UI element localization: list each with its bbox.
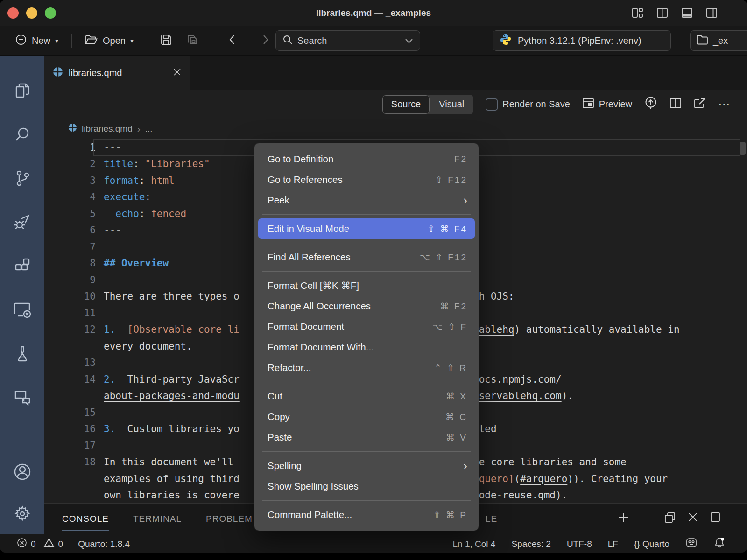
tab-label: libraries.qmd: [69, 68, 122, 78]
menu-item[interactable]: Find All References⌥ ⇧ F12: [258, 247, 475, 267]
account-icon[interactable]: [0, 450, 44, 494]
toggle-panel-icon[interactable]: [681, 7, 693, 19]
quarto-version-status[interactable]: Quarto: 1.8.4: [78, 539, 130, 549]
line-number[interactable]: 1: [44, 142, 96, 153]
customize-layout-icon[interactable]: [631, 7, 644, 19]
menu-item[interactable]: Go to References⇧ F12: [258, 169, 475, 190]
navigate-forward-button[interactable]: [255, 34, 275, 48]
menu-item[interactable]: Spelling›: [258, 455, 475, 476]
open-button[interactable]: Open ▾: [80, 34, 138, 48]
breadcrumb[interactable]: libraries.qmd › ...: [44, 119, 747, 139]
menu-shortcut: ⇧ F12: [435, 175, 467, 185]
panel-tab-console[interactable]: CONSOLE: [62, 504, 109, 534]
menu-item[interactable]: Format Document⌥ ⇧ F: [258, 316, 475, 337]
panel-tab-fragment[interactable]: LE: [486, 514, 497, 524]
line-number[interactable]: 18: [44, 456, 96, 468]
line-number[interactable]: 17: [44, 440, 96, 451]
menu-item[interactable]: Format Document With...: [258, 337, 475, 357]
breadcrumb-file[interactable]: libraries.qmd: [82, 124, 133, 134]
source-control-icon[interactable]: [0, 156, 44, 200]
open-in-new-window-icon[interactable]: [694, 98, 706, 111]
line-number[interactable]: 14: [44, 374, 96, 385]
menu-separator: [262, 500, 471, 501]
line-number[interactable]: 6: [44, 224, 96, 236]
extensions-icon[interactable]: [0, 244, 44, 288]
menu-item[interactable]: Edit in Visual Mode⇧ ⌘ F4: [258, 218, 475, 239]
code-token: Third-party JavaScr: [127, 374, 240, 385]
line-number[interactable]: 16: [44, 423, 96, 434]
menu-item[interactable]: Go to DefinitionF2: [258, 149, 475, 169]
menu-item[interactable]: Change All Occurrences⌘ F2: [258, 296, 475, 316]
line-number[interactable]: 11: [44, 308, 96, 319]
indentation-status[interactable]: Spaces: 2: [511, 539, 551, 549]
run-debug-icon[interactable]: [0, 200, 44, 244]
visual-mode-button[interactable]: Visual: [430, 99, 473, 110]
feedback-smiley-icon[interactable]: [685, 537, 698, 551]
line-number[interactable]: 15: [44, 407, 96, 418]
code-token: (: [514, 473, 521, 484]
menu-item[interactable]: Format Cell [⌘K ⌘F]: [258, 275, 475, 296]
menu-item[interactable]: Command Palette...⇧ ⌘ P: [258, 504, 475, 525]
menu-item[interactable]: Peek›: [258, 190, 475, 210]
remote-explorer-icon[interactable]: [0, 288, 44, 332]
panel-minimize-icon[interactable]: [641, 511, 653, 526]
menu-item[interactable]: Copy⌘ C: [258, 406, 475, 427]
split-editor-layout-icon[interactable]: [656, 7, 669, 19]
comments-icon[interactable]: [0, 376, 44, 420]
search-dropdown-chevron-icon[interactable]: [405, 35, 413, 46]
render-on-save-checkbox[interactable]: [486, 98, 498, 111]
line-number[interactable]: 4: [44, 191, 96, 203]
menu-shortcut: ⌘ C: [445, 412, 467, 422]
more-actions-icon[interactable]: ⋯: [718, 97, 731, 112]
breadcrumb-more[interactable]: ...: [145, 124, 153, 134]
menu-shortcut: ⌥ ⇧ F: [432, 322, 467, 332]
menu-item[interactable]: Cut⌘ X: [258, 386, 475, 406]
eol-status[interactable]: LF: [608, 539, 618, 549]
menu-item[interactable]: Show Spelling Issues: [258, 476, 475, 497]
line-number[interactable]: 13: [44, 357, 96, 368]
tab-libraries-qmd[interactable]: libraries.qmd: [44, 56, 190, 90]
code-token: #arquero: [520, 473, 567, 484]
line-number[interactable]: 8: [44, 258, 96, 269]
explorer-icon[interactable]: [0, 69, 44, 112]
line-number[interactable]: 5: [44, 208, 96, 219]
panel-tab-problem[interactable]: PROBLEM: [206, 504, 253, 534]
panel-position-icon[interactable]: [710, 511, 721, 526]
save-all-button[interactable]: [182, 34, 204, 48]
code-token: ).: [562, 390, 573, 401]
save-button[interactable]: [155, 34, 177, 48]
quarto-file-icon: [68, 123, 77, 134]
line-number[interactable]: 7: [44, 241, 96, 252]
line-number[interactable]: 9: [44, 274, 96, 286]
navigate-back-button[interactable]: [223, 34, 242, 48]
problems-status-button[interactable]: 0 0: [17, 538, 63, 550]
settings-gear-icon[interactable]: [0, 494, 44, 534]
line-number[interactable]: 10: [44, 291, 96, 302]
testing-icon[interactable]: [0, 332, 44, 376]
panel-restore-icon[interactable]: [664, 511, 676, 526]
workspace-folder-button[interactable]: _ex: [690, 30, 747, 51]
encoding-status[interactable]: UTF-8: [567, 539, 592, 549]
line-number[interactable]: 12: [44, 324, 96, 335]
menu-item[interactable]: Refactor...⌃ ⇧ R: [258, 357, 475, 378]
source-mode-button[interactable]: Source: [382, 95, 430, 114]
preview-button[interactable]: Preview: [582, 98, 632, 111]
line-number[interactable]: 3: [44, 175, 96, 186]
interpreter-selector-button[interactable]: Python 3.12.1 (PipEnv: .venv): [493, 30, 671, 51]
panel-tab-terminal[interactable]: TERMINAL: [133, 504, 182, 534]
code-token: ---: [104, 224, 121, 236]
close-tab-icon[interactable]: [173, 68, 181, 78]
language-mode-status[interactable]: {} Quarto: [634, 539, 669, 549]
search-sidebar-icon[interactable]: [0, 112, 44, 156]
cursor-position-status[interactable]: Ln 1, Col 4: [453, 539, 496, 549]
global-search-box[interactable]: Search: [275, 30, 420, 51]
notifications-bell-icon[interactable]: [713, 537, 726, 551]
toggle-secondary-sidebar-icon[interactable]: [705, 7, 718, 19]
menu-item[interactable]: Paste⌘ V: [258, 427, 475, 448]
new-button[interactable]: New ▾: [10, 34, 63, 48]
panel-close-icon[interactable]: [687, 511, 698, 526]
line-number[interactable]: 2: [44, 158, 96, 169]
panel-add-icon[interactable]: [617, 511, 629, 526]
render-document-icon[interactable]: [644, 96, 657, 112]
split-editor-icon[interactable]: [669, 98, 682, 111]
